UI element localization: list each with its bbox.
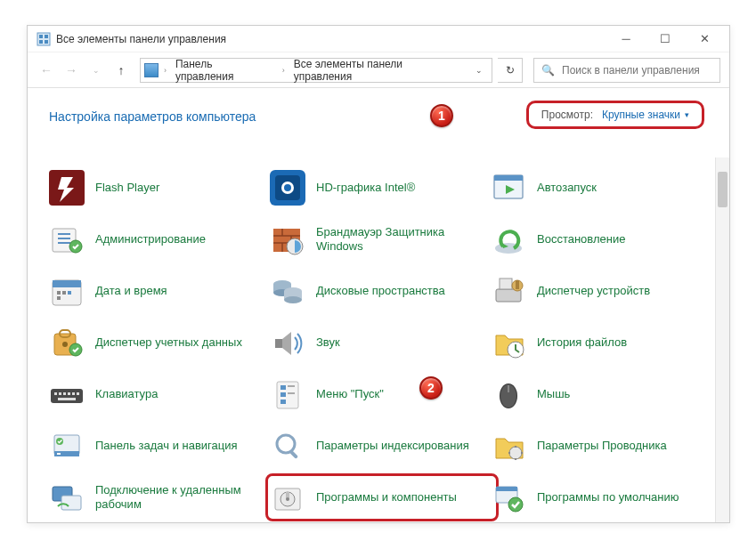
cp-item-label: Дисковые пространства xyxy=(316,284,445,298)
cp-item[interactable]: Дата и время xyxy=(49,273,270,309)
cp-item-label: Меню "Пуск" xyxy=(316,387,384,401)
items-grid: Flash PlayerHD-графика Intel®АвтозапускА… xyxy=(49,170,720,522)
callout-badge-1: 1 xyxy=(430,104,453,127)
programs-icon xyxy=(270,480,305,515)
cp-item-label: История файлов xyxy=(537,335,627,350)
remote-icon xyxy=(49,480,85,515)
cp-item-label: Диспетчер учетных данных xyxy=(95,335,242,350)
defprog-icon xyxy=(491,480,526,515)
breadcrumb-segment[interactable]: Все элементы панели управления xyxy=(290,59,467,82)
autoplay-icon xyxy=(491,170,526,206)
cp-item[interactable]: Панель задач и навигация xyxy=(49,428,270,464)
close-button[interactable]: ✕ xyxy=(685,26,724,52)
chevron-right-icon[interactable]: › xyxy=(282,66,285,75)
cp-item-label: Автозапуск xyxy=(537,181,597,195)
cp-item-label: Параметры индексирования xyxy=(316,439,469,453)
breadcrumb-label: Все элементы панели управления xyxy=(294,58,463,83)
cp-item[interactable]: Меню "Пуск" xyxy=(270,376,491,412)
cp-item-label: Администрирование xyxy=(95,232,206,246)
navbar: ← → ⌄ ↑ › Панель управления › Все элемен… xyxy=(28,52,729,88)
cp-item[interactable]: Flash Player xyxy=(49,170,270,206)
cp-item[interactable]: Восстановление xyxy=(491,222,711,257)
cp-item-label: Клавиатура xyxy=(95,387,158,401)
folderopt-icon xyxy=(491,428,526,464)
cp-item[interactable]: Программы по умолчанию xyxy=(491,480,711,515)
svg-rect-2 xyxy=(45,35,48,38)
cp-item-label: Программы по умолчанию xyxy=(537,490,679,505)
cp-item-label: Восстановление xyxy=(537,232,625,246)
forward-button[interactable]: → xyxy=(61,61,81,80)
callout-badge-2: 2 xyxy=(419,376,443,400)
search-input[interactable] xyxy=(562,64,712,77)
address-bar[interactable]: › Панель управления › Все элементы панел… xyxy=(140,58,492,83)
cp-item[interactable]: Клавиатура xyxy=(49,376,270,412)
view-value[interactable]: Крупные значки xyxy=(602,109,689,121)
cp-item-label: Мышь xyxy=(537,387,570,401)
view-selector[interactable]: Просмотр: Крупные значки xyxy=(526,101,704,129)
back-button[interactable]: ← xyxy=(37,61,56,80)
control-panel-window: Все элементы панели управления ─ ☐ ✕ ← →… xyxy=(27,25,730,523)
sound-icon xyxy=(270,325,305,360)
flash-icon xyxy=(49,170,85,206)
breadcrumb-label: Панель управления xyxy=(175,58,273,83)
filehist-icon xyxy=(491,325,526,360)
recent-dropdown[interactable]: ⌄ xyxy=(86,61,106,80)
cp-item-label: Дата и время xyxy=(95,284,167,298)
admin-icon xyxy=(49,222,85,257)
cp-item-label: Звук xyxy=(316,335,340,350)
window-icon xyxy=(37,32,51,46)
cp-item-label: Flash Player xyxy=(95,181,159,195)
cp-item[interactable]: Диспетчер устройств xyxy=(491,273,711,309)
svg-rect-4 xyxy=(45,40,48,44)
keyboard-icon xyxy=(49,376,85,412)
cp-item-label: HD-графика Intel® xyxy=(316,181,415,195)
chevron-right-icon[interactable]: › xyxy=(164,66,167,75)
minimize-button[interactable]: ─ xyxy=(606,26,646,52)
search-icon: 🔍 xyxy=(541,64,555,77)
cp-item[interactable]: История файлов xyxy=(491,325,711,360)
mouse-icon xyxy=(491,376,526,412)
devicemgr-icon xyxy=(491,273,526,309)
cp-item[interactable]: HD-графика Intel® xyxy=(270,170,491,206)
cp-item-label: Диспетчер устройств xyxy=(537,284,650,298)
taskbar-icon xyxy=(49,428,85,464)
cp-item-label: Программы и компоненты xyxy=(316,490,457,505)
intel-icon xyxy=(270,170,305,206)
cp-item[interactable]: Диспетчер учетных данных xyxy=(49,325,270,360)
svg-rect-3 xyxy=(39,40,43,44)
up-button[interactable]: ↑ xyxy=(111,61,131,80)
maximize-button[interactable]: ☐ xyxy=(646,26,685,52)
header: Настройка параметров компьютера Просмотр… xyxy=(28,88,729,134)
indexing-icon xyxy=(270,428,305,464)
cp-item[interactable]: Дисковые пространства xyxy=(270,273,491,309)
breadcrumb-segment[interactable]: Панель управления xyxy=(172,59,277,82)
search-box[interactable]: 🔍 xyxy=(533,58,720,83)
chevron-down-icon[interactable]: ⌄ xyxy=(470,66,488,75)
scrollbar[interactable] xyxy=(715,157,729,522)
cp-item[interactable]: Параметры Проводника xyxy=(491,428,711,464)
cp-item[interactable]: Программы и компоненты xyxy=(265,473,499,521)
credmgr-icon xyxy=(49,325,85,360)
content-area: Flash PlayerHD-графика Intel®АвтозапускА… xyxy=(28,157,729,522)
cp-item-label: Панель задач и навигация xyxy=(95,439,238,453)
cp-item-label: Параметры Проводника xyxy=(537,439,667,453)
cp-item[interactable]: Мышь xyxy=(491,376,711,412)
svg-rect-1 xyxy=(39,35,43,38)
cp-item[interactable]: Подключение к удаленным рабочим xyxy=(49,480,270,515)
firewall-icon xyxy=(270,222,305,257)
cp-item[interactable]: Автозапуск xyxy=(491,170,711,206)
datetime-icon xyxy=(49,273,85,309)
cp-item[interactable]: Звук xyxy=(270,325,491,360)
cp-item[interactable]: Администрирование xyxy=(49,222,270,257)
cp-item[interactable]: Параметры индексирования xyxy=(270,428,491,464)
scrollbar-thumb[interactable] xyxy=(718,172,728,207)
startmenu-icon xyxy=(270,376,305,412)
refresh-button[interactable]: ↻ xyxy=(498,58,523,83)
recovery-icon xyxy=(491,222,526,257)
titlebar: Все элементы панели управления ─ ☐ ✕ xyxy=(28,26,729,52)
window-title: Все элементы панели управления xyxy=(56,33,226,45)
cp-item[interactable]: Брандмауэр Защитника Windows xyxy=(270,222,491,257)
control-panel-icon xyxy=(144,63,159,77)
storage-icon xyxy=(270,273,305,309)
page-title: Настройка параметров компьютера xyxy=(49,109,256,124)
